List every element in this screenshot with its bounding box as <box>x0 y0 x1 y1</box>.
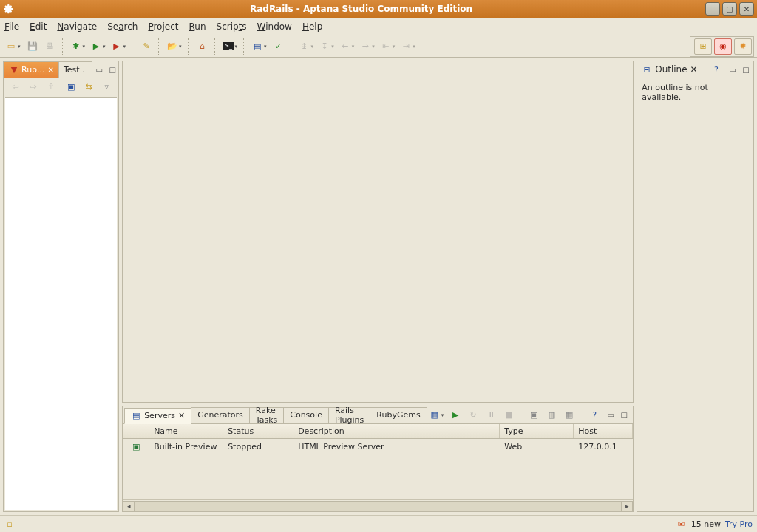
minimize-panel-button[interactable]: ▭ <box>93 64 105 75</box>
menu-scripts[interactable]: Scripts <box>217 21 247 32</box>
print-button: 🖶 <box>42 38 58 55</box>
forward-button: → <box>358 38 377 55</box>
tab-label: RubyGems <box>376 410 420 420</box>
menu-edit[interactable]: Edit <box>30 21 47 32</box>
tab-generators[interactable]: Generators <box>191 407 250 423</box>
maximize-button[interactable]: ▢ <box>722 2 737 16</box>
tab-label: Console <box>290 410 322 420</box>
menu-project[interactable]: Project <box>148 21 178 32</box>
col-status[interactable]: Status <box>223 424 293 438</box>
editor-area[interactable] <box>126 64 630 399</box>
tab-servers[interactable]: ▤ Servers ✕ <box>124 408 191 424</box>
try-pro-link[interactable]: Try Pro <box>725 519 753 529</box>
outline-panel: ⊟ Outline ✕ ? ▭ □ An outline is not avai… <box>637 61 754 512</box>
collapse-all-button[interactable]: ▣ <box>63 78 79 95</box>
bottom-minimize-button[interactable]: ▭ <box>605 410 617 420</box>
window-title: RadRails - Aptana Studio Community Editi… <box>19 4 703 14</box>
cell-host: 127.0.0.1 <box>574 442 633 451</box>
run-button[interactable]: ▶ <box>89 38 108 55</box>
home-button[interactable]: ⌂ <box>194 38 211 55</box>
outline-help-button[interactable]: ? <box>708 61 724 78</box>
close-icon[interactable]: ✕ <box>48 66 54 74</box>
bottom-panel: ▤ Servers ✕ Generators Rake Tasks Consol… <box>122 406 634 512</box>
maximize-panel-button[interactable]: □ <box>106 64 118 75</box>
col-host[interactable]: Host <box>574 424 633 438</box>
view-btn-2[interactable]: ▥ <box>543 407 560 423</box>
explorer-panel: ▼ Rub... ✕ Test... ▭ □ ⇦ ⇨ ⇧ ▣ ⇆ ▿ <box>3 61 119 512</box>
scroll-left-icon[interactable]: ◂ <box>123 501 135 511</box>
nav-btn-2: ↧ <box>317 38 336 55</box>
view-menu-button[interactable]: ▿ <box>98 78 115 95</box>
save-button: 💾 <box>24 38 41 55</box>
menu-help[interactable]: Help <box>302 21 322 32</box>
stop-server-button: ■ <box>500 407 517 423</box>
explorer-content[interactable] <box>5 97 117 510</box>
menu-run[interactable]: Run <box>189 21 206 32</box>
perspective-switcher: ⊞ ◉ ✹ <box>690 36 754 57</box>
minimize-button[interactable]: — <box>705 2 720 16</box>
titlebar: RadRails - Aptana Studio Community Editi… <box>0 0 757 18</box>
outline-maximize-button[interactable]: □ <box>740 64 752 75</box>
open-type-button[interactable]: 📂 <box>165 38 184 55</box>
menu-navigate[interactable]: Navigate <box>57 21 97 32</box>
start-server-button[interactable]: ▶ <box>447 407 464 423</box>
main-toolbar: ▭ 💾 🖶 ✱ ▶ ▶ ✎ 📂 ⌂ >_ ▤ ✓ ↨ ↧ ← → ⇤ ⇥ ⊞ ◉… <box>0 35 757 58</box>
perspective-radrails[interactable]: ◉ <box>714 38 732 55</box>
tab-label: Rub... <box>21 65 45 75</box>
close-window-button[interactable]: ✕ <box>739 2 754 16</box>
menubar: File Edit Navigate Search Project Run Sc… <box>0 18 757 35</box>
back-button: ← <box>338 38 357 55</box>
tab-rails-plugins[interactable]: Rails Plugins <box>328 407 370 423</box>
horizontal-scrollbar[interactable]: ◂ ▸ <box>123 499 633 511</box>
outline-header: ⊟ Outline ✕ ? ▭ □ <box>637 61 753 78</box>
outline-minimize-button[interactable]: ▭ <box>727 64 739 75</box>
tab-ruby-explorer[interactable]: ▼ Rub... ✕ <box>4 61 59 78</box>
debug-button[interactable]: ✱ <box>69 38 88 55</box>
servers-toolbar-button[interactable]: ▤ <box>250 38 269 55</box>
add-server-button[interactable]: ▦ <box>427 407 447 423</box>
bottom-maximize-button[interactable]: □ <box>618 410 630 420</box>
tab-label: Servers <box>144 411 175 420</box>
nav-btn-1: ↨ <box>297 38 316 55</box>
new-button[interactable]: ▭ <box>4 38 23 55</box>
bottom-tabs: ▤ Servers ✕ Generators Rake Tasks Consol… <box>123 406 633 424</box>
outline-message: An outline is not available. <box>642 83 708 102</box>
server-icon: ▣ <box>131 441 141 451</box>
explorer-tabs: ▼ Rub... ✕ Test... ▭ □ <box>4 61 118 78</box>
terminal-button[interactable]: >_ <box>221 38 240 55</box>
outline-icon: ⊟ <box>642 64 652 75</box>
link-editor-button[interactable]: ⇆ <box>81 78 97 95</box>
app-gear-icon <box>3 3 15 15</box>
outline-body: An outline is not available. <box>637 78 753 511</box>
nav-up-button: ⇧ <box>43 78 59 95</box>
run-last-button[interactable]: ▶ <box>109 38 129 55</box>
menu-file[interactable]: File <box>4 21 19 32</box>
pause-server-button: ⏸ <box>483 407 499 423</box>
close-icon[interactable]: ✕ <box>690 64 698 75</box>
menu-search[interactable]: Search <box>107 21 138 32</box>
status-icon: ▫ <box>4 519 15 529</box>
close-icon[interactable]: ✕ <box>178 411 185 420</box>
perspective-other[interactable]: ✹ <box>734 38 752 55</box>
col-description[interactable]: Description <box>293 424 500 438</box>
tab-console[interactable]: Console <box>283 407 329 423</box>
view-btn-3[interactable]: ▦ <box>561 407 577 423</box>
help-button[interactable]: ? <box>586 407 602 423</box>
scroll-right-icon[interactable]: ▸ <box>621 501 633 511</box>
view-btn-1[interactable]: ▣ <box>526 407 542 423</box>
tab-label: Test... <box>64 65 87 75</box>
menu-window[interactable]: Window <box>257 21 292 32</box>
cell-type: Web <box>500 442 574 451</box>
nav-btn-5: ⇤ <box>378 38 398 55</box>
table-row[interactable]: ▣ Built-in Preview Stopped HTML Preview … <box>123 439 633 454</box>
tab-rake-tasks[interactable]: Rake Tasks <box>249 407 284 423</box>
check-button[interactable]: ✓ <box>271 38 287 55</box>
search-button[interactable]: ✎ <box>138 38 155 55</box>
tab-rubygems[interactable]: RubyGems <box>370 407 427 423</box>
col-name[interactable]: Name <box>149 424 223 438</box>
statusbar: ▫ ✉ 15 new Try Pro <box>0 515 757 532</box>
tab-test[interactable]: Test... <box>58 61 92 78</box>
explorer-toolbar: ⇦ ⇨ ⇧ ▣ ⇆ ▿ <box>4 78 118 95</box>
open-perspective-button[interactable]: ⊞ <box>694 38 712 55</box>
col-type[interactable]: Type <box>500 424 574 438</box>
